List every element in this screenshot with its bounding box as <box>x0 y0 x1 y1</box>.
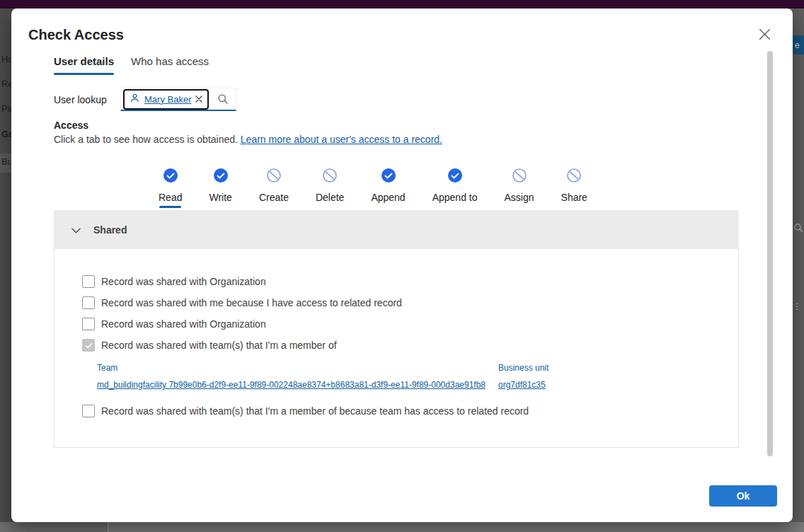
business-unit-column: Business unit org7df81c35 <box>498 363 549 391</box>
app-right-edge: e ⋮ <box>793 8 804 522</box>
search-icon[interactable] <box>793 223 803 236</box>
dialog-tabs: User details Who has access <box>54 55 209 75</box>
shared-section-title: Shared <box>93 224 127 236</box>
ok-button[interactable]: Ok <box>709 485 777 507</box>
user-chip-name[interactable]: Mary Baker <box>144 94 191 105</box>
tab-who-has-access[interactable]: Who has access <box>131 55 209 75</box>
access-description: Click a tab to see how access is obtaine… <box>54 134 442 145</box>
close-icon[interactable] <box>754 24 774 44</box>
shared-section-header[interactable]: Shared <box>54 210 739 249</box>
denied-prohibited-icon <box>567 168 581 185</box>
perm-tab-delete[interactable]: Delete <box>316 168 344 208</box>
chevron-down-icon <box>71 224 81 236</box>
user-lookup-field[interactable]: Mary Baker <box>120 88 236 111</box>
dialog-scrollbar[interactable] <box>767 51 773 456</box>
team-column: Team md_buildingfacility 7b99e0b6-d2f9-e… <box>97 363 498 391</box>
app-bottom-edge <box>0 522 804 532</box>
checkbox-unchecked[interactable] <box>82 275 95 288</box>
user-chip[interactable]: Mary Baker <box>123 89 209 110</box>
checkbox-unchecked[interactable] <box>82 318 95 330</box>
shared-checkbox-row: Record was shared with Organization <box>82 318 738 330</box>
perm-tab-share[interactable]: Share <box>561 168 587 208</box>
check-access-dialog: Check Access User details Who has access… <box>11 8 793 522</box>
user-lookup-row: User lookup Mary Baker <box>54 88 236 111</box>
user-lookup-label: User lookup <box>54 94 120 105</box>
shared-checkbox-row: Record was shared with team(s) that I'm … <box>82 405 738 417</box>
perm-tab-read[interactable]: Read <box>159 168 182 208</box>
screen: Ho Re Pin Gr Bu e ⋮ Check Access User de… <box>0 0 804 532</box>
permission-tabs: Read Write Create Delete Append Append t… <box>159 168 587 208</box>
perm-tab-append-to[interactable]: Append to <box>432 168 478 208</box>
checkbox-checked[interactable] <box>82 339 95 352</box>
perm-tab-append[interactable]: Append <box>371 168 405 208</box>
person-icon <box>130 93 140 106</box>
allowed-check-icon <box>448 168 462 185</box>
allowed-check-icon <box>163 168 178 185</box>
allowed-check-icon <box>214 168 228 185</box>
access-heading: Access <box>54 120 88 131</box>
shared-checkbox-row: Record was shared with team(s) that I'm … <box>82 339 738 352</box>
checkbox-unchecked[interactable] <box>82 405 95 417</box>
checkbox-unchecked[interactable] <box>82 296 95 309</box>
lookup-search-icon[interactable] <box>217 93 229 105</box>
learn-more-link[interactable]: Learn more about a user's access to a re… <box>241 134 442 145</box>
shared-checkbox-row: Record was shared with me because I have… <box>82 296 738 309</box>
tab-user-details[interactable]: User details <box>54 55 114 75</box>
app-topbar <box>0 0 804 8</box>
team-column-header: Team <box>97 363 498 373</box>
save-button-fragment[interactable]: e <box>793 35 804 54</box>
chip-remove-icon[interactable] <box>195 96 202 103</box>
denied-prohibited-icon <box>512 168 527 185</box>
business-unit-link[interactable]: org7df81c35 <box>498 380 546 390</box>
shared-checkbox-row: Record was shared with Organization <box>82 275 738 288</box>
business-unit-column-header: Business unit <box>498 363 549 373</box>
team-link[interactable]: md_buildingfacility 7b99e0b6-d2f9-ee11-9… <box>97 380 486 390</box>
more-options-icon[interactable]: ⋮ <box>793 304 801 308</box>
shared-section-content: Record was shared with Organization Reco… <box>54 249 739 448</box>
denied-prohibited-icon <box>267 168 281 185</box>
dialog-title: Check Access <box>28 27 124 43</box>
perm-tab-create[interactable]: Create <box>259 168 289 208</box>
denied-prohibited-icon <box>323 168 337 185</box>
perm-tab-write[interactable]: Write <box>209 168 231 208</box>
allowed-check-icon <box>381 168 396 185</box>
perm-tab-assign[interactable]: Assign <box>505 168 534 208</box>
team-share-table: Team md_buildingfacility 7b99e0b6-d2f9-e… <box>97 363 738 391</box>
